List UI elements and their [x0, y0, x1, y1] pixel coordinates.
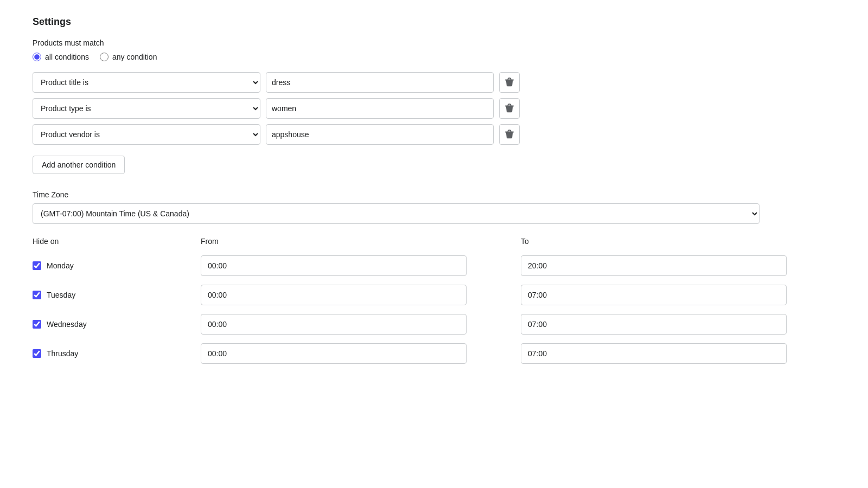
from-input-wednesday[interactable]: [201, 314, 467, 335]
from-input-monday[interactable]: [201, 255, 467, 276]
condition-row: Product title isProduct type isProduct v…: [33, 124, 835, 145]
schedule-grid: Hide on From To: [33, 237, 835, 251]
to-input-wednesday[interactable]: [521, 314, 787, 335]
condition-select-2[interactable]: Product title isProduct type isProduct v…: [33, 124, 260, 145]
to-cell-tuesday: [515, 280, 835, 310]
day-cell-monday: Monday: [33, 251, 195, 280]
timezone-section: Time Zone (GMT-07:00) Mountain Time (US …: [33, 190, 835, 224]
day-cell-tuesday: Tuesday: [33, 280, 195, 310]
schedule-day-row: Monday: [33, 251, 835, 280]
condition-input-0[interactable]: [266, 72, 494, 93]
to-input-monday[interactable]: [521, 255, 787, 276]
to-cell-wednesday: [515, 310, 835, 339]
condition-row: Product title isProduct type isProduct v…: [33, 72, 835, 93]
radio-group: all conditions any condition: [33, 53, 835, 61]
day-label-tuesday: Tuesday: [47, 291, 75, 299]
to-input-thrusday[interactable]: [521, 343, 787, 364]
from-header: From: [195, 237, 515, 251]
timezone-select[interactable]: (GMT-07:00) Mountain Time (US & Canada): [33, 203, 760, 224]
to-input-tuesday[interactable]: [521, 285, 787, 305]
condition-input-2[interactable]: [266, 124, 494, 145]
schedule-day-row: Wednesday: [33, 310, 835, 339]
trash-icon: [505, 130, 514, 139]
radio-all-label: all conditions: [45, 53, 89, 61]
checkbox-thrusday[interactable]: [33, 349, 41, 358]
radio-all-input[interactable]: [33, 53, 41, 61]
from-input-tuesday[interactable]: [201, 285, 467, 305]
day-cell-wednesday: Wednesday: [33, 310, 195, 339]
page-title: Settings: [33, 16, 835, 28]
radio-any-input[interactable]: [100, 53, 108, 61]
day-label-monday: Monday: [47, 261, 74, 270]
timezone-label: Time Zone: [33, 190, 835, 199]
conditions-container: Product title isProduct type isProduct v…: [33, 72, 835, 145]
schedule-day-row: Tuesday: [33, 280, 835, 310]
condition-select-1[interactable]: Product title isProduct type isProduct v…: [33, 98, 260, 119]
day-cell-thrusday: Thrusday: [33, 339, 195, 368]
day-label-wednesday: Wednesday: [47, 320, 87, 329]
trash-icon: [505, 104, 514, 113]
from-cell-monday: [195, 251, 515, 280]
condition-select-0[interactable]: Product title isProduct type isProduct v…: [33, 72, 260, 93]
hide-on-header: Hide on: [33, 237, 195, 251]
to-cell-monday: [515, 251, 835, 280]
trash-icon: [505, 78, 514, 87]
from-cell-thrusday: [195, 339, 515, 368]
to-cell-thrusday: [515, 339, 835, 368]
radio-any-condition[interactable]: any condition: [100, 53, 157, 61]
checkbox-wednesday[interactable]: [33, 320, 41, 329]
checkbox-tuesday[interactable]: [33, 291, 41, 299]
checkbox-monday[interactable]: [33, 261, 41, 270]
delete-condition-button-2[interactable]: [499, 124, 520, 145]
condition-row: Product title isProduct type isProduct v…: [33, 98, 835, 119]
delete-condition-button-1[interactable]: [499, 98, 520, 119]
from-input-thrusday[interactable]: [201, 343, 467, 364]
from-cell-tuesday: [195, 280, 515, 310]
to-header: To: [515, 237, 835, 251]
schedule-day-row: Thrusday: [33, 339, 835, 368]
products-must-match-label: Products must match: [33, 38, 835, 47]
delete-condition-button-0[interactable]: [499, 72, 520, 93]
radio-any-label: any condition: [112, 53, 157, 61]
days-container: MondayTuesdayWednesdayThrusday: [33, 251, 835, 368]
condition-input-1[interactable]: [266, 98, 494, 119]
add-condition-button[interactable]: Add another condition: [33, 156, 125, 174]
radio-all-conditions[interactable]: all conditions: [33, 53, 89, 61]
day-label-thrusday: Thrusday: [47, 349, 78, 358]
from-cell-wednesday: [195, 310, 515, 339]
